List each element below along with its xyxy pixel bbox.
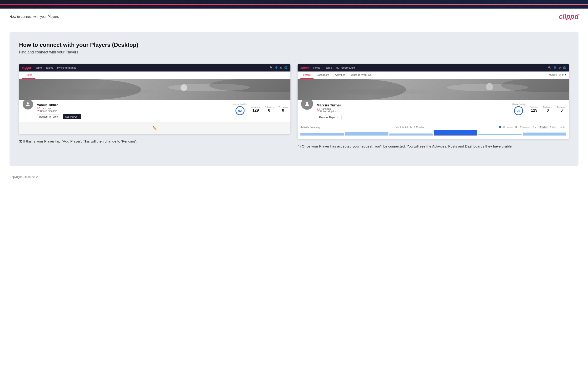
tab-what-to-work-on-right[interactable]: What To Work On xyxy=(348,72,374,79)
golf-ball-right xyxy=(486,83,493,90)
on-course-label: On course xyxy=(503,126,513,128)
mock-stats-left: Player Quality 92 Activities 129 Followe… xyxy=(233,103,288,115)
mock-player-name-right: Marcus Turner xyxy=(317,103,509,107)
activity-controls: On course Off course 1 yr 6 mths 3 mths … xyxy=(499,126,566,128)
filter-1yr[interactable]: 1 yr xyxy=(532,126,538,128)
tree-area-left xyxy=(19,79,141,100)
main-content: How to connect with your Players (Deskto… xyxy=(9,32,579,166)
mock-activity-header-right: Activity Summary Monthly Activity - 6 Mo… xyxy=(300,126,566,128)
activity-legend: On course Off course xyxy=(499,126,530,128)
mock-activities-right: Activities 129 xyxy=(530,106,538,113)
screenshot-left: clippd Home Teams My Performance 🔍 👤 ⚙ 🌐… xyxy=(19,64,290,149)
activity-title: Activity Summary xyxy=(300,126,320,128)
mock-location-left: 📍 United Kingdom xyxy=(37,110,231,112)
pin-icon-right: 📍 xyxy=(317,110,320,113)
mock-tab-items-right: Profile Dashboard Activities What To Wor… xyxy=(300,72,374,79)
mock-nav-performance-left: My Performance xyxy=(57,66,76,69)
section-subtitle: Find and connect with your Players xyxy=(19,50,569,54)
tab-dashboard-right[interactable]: Dashboard xyxy=(313,72,332,79)
time-filters: 1 yr 6 mths 3 mths 1 mth xyxy=(532,126,566,128)
top-bar xyxy=(0,0,588,8)
mock-followers-right: Followers 0 xyxy=(543,106,552,113)
mock-quality-circle-right: 92 xyxy=(514,106,523,115)
mock-nav-home-left: Home xyxy=(35,66,42,69)
activity-chart xyxy=(300,130,566,137)
golf-ball-left xyxy=(181,84,187,91)
header-divider xyxy=(9,25,579,25)
bar-5 xyxy=(478,134,522,136)
bar-6 xyxy=(523,133,566,136)
mock-browser-right: clippd Home Teams My Performance 🔍 👤 ⚙ 🌐… xyxy=(298,64,569,139)
mock-logo-right: clippd xyxy=(300,66,310,70)
page-title: How to connect with your Players xyxy=(9,15,59,18)
svg-point-1 xyxy=(306,102,308,104)
activity-subtitle: Monthly Activity - 6 Months xyxy=(396,126,424,128)
filter-1mth[interactable]: 1 mth xyxy=(558,126,566,128)
search-icon-left: 🔍 xyxy=(269,66,273,69)
mock-profile-details-right: Marcus Turner 1-5 Handicap 📍 United King… xyxy=(317,103,509,120)
mock-location-right: 📍 United Kingdom xyxy=(317,110,509,113)
mock-following-right: Following 0 xyxy=(557,106,566,113)
bar-2 xyxy=(345,132,389,136)
scroll-icon-left: ✏️ xyxy=(153,126,157,130)
page-footer: Copyright Clippd 2022 xyxy=(0,173,588,184)
mock-logo-left: clippd xyxy=(22,66,31,70)
mock-quality-wrap-right: Player Quality 92 xyxy=(512,103,525,115)
mock-hero-left xyxy=(19,79,290,100)
on-course-dot xyxy=(499,126,501,128)
mock-player-name-left: Marcus Turner xyxy=(37,103,231,107)
add-player-button[interactable]: Add Player + xyxy=(63,114,81,119)
screenshots-row: clippd Home Teams My Performance 🔍 👤 ⚙ 🌐… xyxy=(19,64,569,149)
mock-scroll-left: ✏️ xyxy=(19,122,290,134)
player-selector-right[interactable]: Marcus Turner ▾ xyxy=(549,72,566,79)
caption-left: 3) If this is your Player tap, 'Add Play… xyxy=(19,139,290,144)
mock-activities-left: Activities 129 xyxy=(251,106,260,113)
mock-nav-left: clippd Home Teams My Performance 🔍 👤 ⚙ 🌐 xyxy=(19,64,290,72)
mock-handicap-left: 1-5 Handicap xyxy=(37,107,231,110)
mock-buttons-left: Request to Follow Add Player + xyxy=(37,114,231,119)
tree-area-right-right xyxy=(501,79,569,92)
mock-quality-label-right: Player Quality xyxy=(512,103,525,106)
tab-activities-right[interactable]: Activities xyxy=(332,72,348,79)
bar-1 xyxy=(300,133,344,136)
off-course-dot xyxy=(515,126,517,128)
mock-stats-right: Player Quality 92 Activities 129 Followe… xyxy=(512,103,566,115)
caption-right: 4) Once your Player has accepted your re… xyxy=(298,144,569,149)
mock-nav-teams-right: Teams xyxy=(324,66,332,69)
mock-following-left: Following 0 xyxy=(278,106,288,113)
settings-icon-right: ⚙ xyxy=(559,66,561,69)
mock-nav-performance-right: My Performance xyxy=(336,66,355,69)
person-icon-right: 👤 xyxy=(553,66,557,69)
globe-icon-left: 🌐 xyxy=(284,66,288,69)
tree-area-right-left xyxy=(209,79,290,92)
mock-nav-right: clippd Home Teams My Performance 🔍 👤 ⚙ 🌐 xyxy=(298,64,569,72)
filter-3mths[interactable]: 3 mths xyxy=(548,126,557,128)
off-course-label: Off course xyxy=(520,126,529,128)
tab-profile-right[interactable]: Profile xyxy=(300,72,313,79)
mock-profile-right: Marcus Turner 1-5 Handicap 📍 United King… xyxy=(298,100,569,123)
logo: clippd xyxy=(559,13,579,20)
mock-browser-left: clippd Home Teams My Performance 🔍 👤 ⚙ 🌐… xyxy=(19,64,290,134)
mock-hero-right xyxy=(298,79,569,100)
mock-handicap-right: 1-5 Handicap xyxy=(317,108,509,110)
request-follow-button[interactable]: Request to Follow xyxy=(37,114,61,119)
mock-profile-details-left: Marcus Turner 1-5 Handicap 📍 United King… xyxy=(37,103,231,119)
tree-area-left-right xyxy=(298,79,406,100)
mock-nav-teams-left: Teams xyxy=(46,66,53,69)
filter-6mths[interactable]: 6 mths xyxy=(539,126,548,128)
settings-icon-left: ⚙ xyxy=(280,66,282,69)
search-icon-right: 🔍 xyxy=(548,66,551,69)
tab-profile-left[interactable]: Profile xyxy=(22,72,35,79)
pin-icon-left: 📍 xyxy=(37,110,40,112)
mock-nav-home-right: Home xyxy=(313,66,320,69)
remove-x-icon: ✕ xyxy=(337,116,339,119)
globe-icon-right: 🌐 xyxy=(563,66,566,69)
copyright-text: Copyright Clippd 2022 xyxy=(9,175,38,179)
svg-point-0 xyxy=(27,102,29,104)
screenshot-right: clippd Home Teams My Performance 🔍 👤 ⚙ 🌐… xyxy=(298,64,569,149)
page-header: How to connect with your Players clippd xyxy=(0,8,588,25)
mock-quality-circle-left: 92 xyxy=(235,106,244,115)
bar-3 xyxy=(389,133,433,136)
mock-quality-wrap-left: Player Quality 92 xyxy=(233,103,247,115)
remove-player-button[interactable]: Remove Player ✕ xyxy=(317,115,342,120)
